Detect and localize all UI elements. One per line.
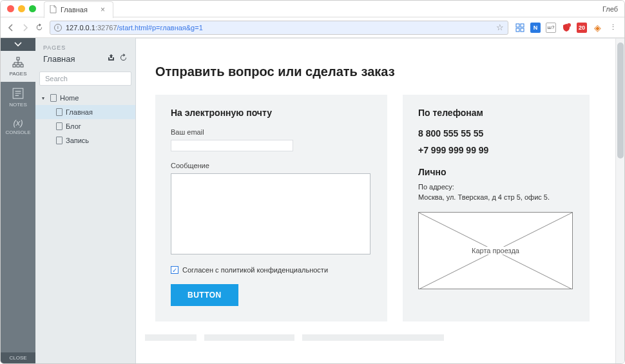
page-tree: ▾ Home Главная Блог Запись bbox=[35, 88, 135, 150]
refresh-icon[interactable] bbox=[119, 53, 128, 64]
phones-title: По телефонам bbox=[418, 108, 574, 118]
sidebar-eyebrow: PAGES bbox=[43, 44, 128, 51]
address-value: Москва, ул. Тверская, д 4 стр 5, офис 5. bbox=[418, 193, 550, 201]
placeholder-block bbox=[145, 334, 197, 341]
tree-node-page[interactable]: Блог bbox=[35, 119, 135, 133]
window-controls bbox=[7, 5, 36, 12]
rail-tab-pages[interactable]: PAGES bbox=[1, 51, 35, 82]
sidebar-search-input[interactable]: Search bbox=[39, 72, 131, 86]
page-icon bbox=[56, 137, 63, 144]
tree-label: Home bbox=[60, 94, 79, 102]
rail-label: NOTES bbox=[9, 102, 27, 108]
left-rail: PAGES NOTES (x) CONSOLE CLOSE bbox=[1, 38, 35, 363]
map-placeholder: Карта проезда bbox=[418, 212, 573, 289]
rail-label: PAGES bbox=[10, 71, 27, 77]
browser-tab-strip: Главная × Глеб bbox=[1, 1, 624, 17]
page-icon bbox=[56, 108, 63, 116]
url-host: 127.0.0.1 bbox=[66, 24, 95, 32]
extension-badge-red[interactable]: 20 bbox=[577, 23, 587, 33]
consent-label: Согласен с политикой конфиденциальности bbox=[182, 266, 328, 274]
vertical-scrollbar[interactable] bbox=[615, 39, 624, 363]
contact-info-panel: По телефонам 8 800 555 55 55 +7 999 999 … bbox=[403, 95, 590, 321]
extension-icon-orange[interactable]: ◈ bbox=[592, 23, 602, 33]
in-person-title: Лично bbox=[418, 167, 574, 177]
notes-icon bbox=[12, 87, 24, 100]
page-icon bbox=[56, 122, 63, 130]
profile-name[interactable]: Глеб bbox=[602, 5, 618, 13]
form-section-title: На электронную почту bbox=[171, 108, 372, 118]
preview-canvas: Отправить вопрос или сделать заказ На эл… bbox=[136, 38, 624, 363]
svg-rect-8 bbox=[21, 64, 23, 67]
extension-badge-shu[interactable]: ш? bbox=[546, 23, 556, 33]
browser-menu-icon[interactable]: ⋮ bbox=[608, 23, 618, 33]
site-info-icon[interactable]: i bbox=[54, 24, 62, 32]
close-window-icon[interactable] bbox=[7, 5, 14, 12]
reload-button[interactable] bbox=[35, 24, 43, 32]
url-path: /start.html#p=главная&g=1 bbox=[117, 24, 203, 32]
svg-rect-6 bbox=[13, 64, 15, 67]
address-label: По адресу: bbox=[418, 183, 454, 191]
phone-number: +7 999 999 99 99 bbox=[418, 145, 574, 155]
phone-number: 8 800 555 55 55 bbox=[418, 128, 574, 139]
placeholder-block bbox=[204, 334, 294, 341]
consent-checkbox[interactable]: ✓ bbox=[171, 266, 178, 274]
bookmark-star-icon[interactable]: ☆ bbox=[496, 23, 504, 32]
svg-rect-7 bbox=[17, 64, 19, 67]
rail-tab-console[interactable]: (x) CONSOLE bbox=[1, 113, 35, 140]
svg-rect-3 bbox=[521, 28, 524, 32]
rail-collapse-button[interactable] bbox=[1, 38, 35, 51]
minimize-window-icon[interactable] bbox=[18, 5, 25, 12]
submit-button[interactable]: BUTTON bbox=[171, 284, 238, 306]
pages-sidebar: PAGES Главная Search ▾ Home Главная bbox=[35, 38, 136, 363]
svg-rect-2 bbox=[516, 28, 519, 32]
sitemap-icon bbox=[12, 56, 24, 69]
address-bar[interactable]: i 127.0.0.1:32767/start.html#p=главная&g… bbox=[50, 21, 508, 35]
export-icon[interactable] bbox=[107, 53, 115, 64]
map-placeholder-label: Карта проезда bbox=[468, 247, 523, 254]
email-input[interactable] bbox=[171, 140, 293, 151]
extension-icons: N ш? 20 ◈ ⋮ bbox=[515, 23, 618, 33]
rail-label: CONSOLE bbox=[5, 129, 30, 135]
tree-node-home[interactable]: ▾ Home bbox=[35, 91, 135, 105]
rail-tab-notes[interactable]: NOTES bbox=[1, 82, 35, 113]
tree-label: Блог bbox=[66, 122, 81, 130]
maximize-window-icon[interactable] bbox=[29, 5, 36, 12]
tree-label: Запись bbox=[66, 137, 89, 144]
svg-rect-5 bbox=[17, 57, 19, 60]
tab-title: Главная bbox=[61, 6, 88, 14]
rail-close-button[interactable]: CLOSE bbox=[1, 352, 35, 363]
message-textarea[interactable] bbox=[171, 173, 370, 254]
svg-rect-1 bbox=[521, 24, 524, 27]
close-tab-icon[interactable]: × bbox=[101, 5, 105, 14]
email-label: Ваш email bbox=[171, 128, 372, 136]
file-icon bbox=[50, 5, 57, 15]
tree-collapse-icon[interactable]: ▾ bbox=[42, 95, 47, 101]
url-port: :32767 bbox=[95, 24, 117, 32]
svg-point-4 bbox=[567, 23, 571, 27]
browser-toolbar: i 127.0.0.1:32767/start.html#p=главная&g… bbox=[1, 17, 624, 38]
page-heading: Отправить вопрос или сделать заказ bbox=[155, 64, 605, 79]
console-icon: (x) bbox=[13, 118, 23, 128]
tree-node-page[interactable]: Запись bbox=[35, 133, 135, 148]
bottom-preview-strip bbox=[136, 334, 624, 345]
placeholder-block bbox=[302, 334, 444, 341]
extension-shield-icon[interactable] bbox=[561, 23, 572, 33]
back-button[interactable] bbox=[7, 24, 15, 32]
sidebar-title: Главная bbox=[43, 54, 75, 64]
svg-rect-0 bbox=[516, 24, 519, 27]
extension-badge-blue[interactable]: N bbox=[530, 23, 541, 33]
contact-form-panel: На электронную почту Ваш email Сообщение… bbox=[155, 95, 387, 321]
forward-button[interactable] bbox=[21, 24, 29, 32]
tree-label: Главная bbox=[66, 108, 93, 116]
message-label: Сообщение bbox=[171, 162, 372, 169]
page-icon bbox=[50, 94, 57, 102]
consent-row[interactable]: ✓ Согласен с политикой конфиденциальност… bbox=[171, 266, 372, 274]
extension-icon[interactable] bbox=[515, 23, 525, 33]
browser-tab[interactable]: Главная × bbox=[44, 1, 113, 18]
tree-node-page[interactable]: Главная bbox=[35, 105, 135, 119]
scrollbar-thumb[interactable] bbox=[617, 43, 624, 158]
